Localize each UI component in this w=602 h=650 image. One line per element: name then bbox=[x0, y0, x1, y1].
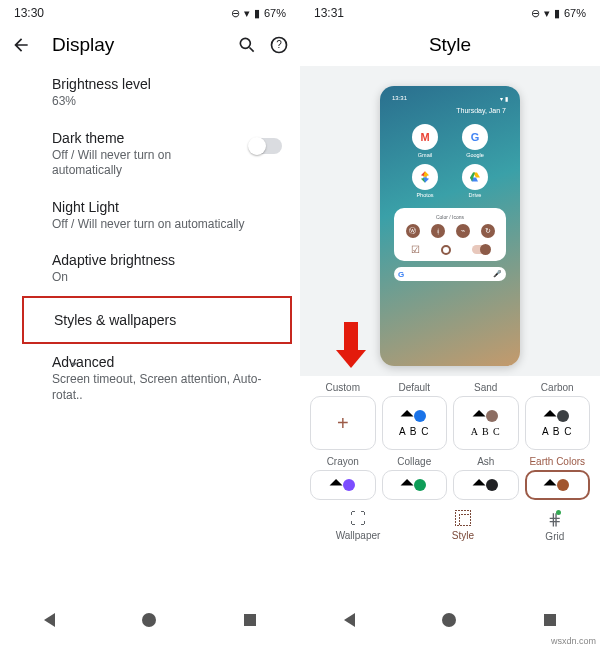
grid-icon: ⋕ bbox=[548, 510, 561, 529]
search-icon[interactable] bbox=[236, 34, 258, 56]
battery-icon: ▮ bbox=[554, 7, 560, 20]
mic-icon: 🎤 bbox=[493, 270, 502, 278]
photos-app-icon: Photos bbox=[406, 164, 444, 198]
nav-bar bbox=[0, 600, 300, 640]
style-row: ◥ bbox=[402, 409, 426, 423]
style-option-collage[interactable]: Collage◥ bbox=[382, 456, 448, 500]
app-label: Gmail bbox=[418, 152, 432, 158]
card-header: Color / Icons bbox=[400, 214, 500, 220]
wifi-chip-icon: ⓦ bbox=[406, 224, 420, 238]
app-label: Google bbox=[466, 152, 484, 158]
chevron-down-icon bbox=[66, 356, 82, 376]
style-label: Crayon bbox=[310, 456, 376, 467]
item-subtitle: Screen timeout, Screen attention, Auto-r… bbox=[52, 372, 286, 403]
style-preview-box: ◥ bbox=[310, 470, 376, 500]
dark-theme-item[interactable]: Dark theme Off / Will never turn on auto… bbox=[52, 120, 300, 189]
dnd-icon: ⊖ bbox=[231, 7, 240, 20]
item-subtitle: Off / Will never turn on automatically bbox=[52, 148, 212, 179]
style-row: ◥ bbox=[474, 409, 498, 423]
battery-text: 67% bbox=[564, 7, 586, 19]
gmail-app-icon: MGmail bbox=[406, 124, 444, 158]
nav-home[interactable] bbox=[142, 613, 156, 627]
style-row: ◥ bbox=[545, 409, 569, 423]
style-option-sand[interactable]: Sand◥A B C bbox=[453, 382, 519, 450]
style-option-crayon[interactable]: Crayon◥ bbox=[310, 456, 376, 500]
status-bar: 13:30 ⊖ ▾ ▮ 67% bbox=[0, 0, 300, 20]
app-bar: Style bbox=[300, 20, 600, 66]
app-label: Drive bbox=[469, 192, 482, 198]
style-tab[interactable]: ⿸ Style bbox=[452, 510, 474, 542]
style-icon: ⿸ bbox=[455, 510, 471, 528]
tab-label: Style bbox=[452, 530, 474, 541]
style-preview-box: ◥ bbox=[525, 470, 591, 500]
nav-recent[interactable] bbox=[544, 614, 556, 626]
style-preview-box: + bbox=[310, 396, 376, 450]
item-subtitle: Off / Will never turn on automatically bbox=[52, 217, 286, 233]
wifi-icon: ◥ bbox=[470, 408, 486, 424]
preview-status: 13:31▾ ▮ bbox=[388, 94, 512, 103]
style-label: Collage bbox=[382, 456, 448, 467]
tab-label: Wallpaper bbox=[336, 530, 381, 541]
wifi-icon: ◥ bbox=[542, 477, 558, 493]
svg-point-0 bbox=[240, 38, 250, 48]
item-title: Adaptive brightness bbox=[52, 252, 286, 268]
status-icons: ⊖ ▾ ▮ 67% bbox=[531, 7, 586, 20]
brightness-level-item[interactable]: Brightness level 63% bbox=[52, 66, 300, 120]
wifi-icon: ◥ bbox=[399, 408, 415, 424]
status-icons: ⊖ ▾ ▮ 67% bbox=[231, 7, 286, 20]
font-sample: A B C bbox=[399, 426, 430, 437]
style-preview-box: ◥A B C bbox=[382, 396, 448, 450]
clock: 13:31 bbox=[314, 6, 344, 20]
svg-line-1 bbox=[250, 48, 254, 52]
advanced-item[interactable]: Advanced Screen timeout, Screen attentio… bbox=[52, 344, 300, 413]
clock: 13:30 bbox=[14, 6, 44, 20]
style-option-default[interactable]: Default◥A B C bbox=[382, 382, 448, 450]
color-dot bbox=[486, 410, 498, 422]
back-icon[interactable] bbox=[10, 34, 32, 56]
style-picker-screen: 13:31 ⊖ ▾ ▮ 67% Style 13:31▾ ▮ Thursday,… bbox=[300, 0, 600, 640]
style-option-ash[interactable]: Ash◥ bbox=[453, 456, 519, 500]
help-icon[interactable]: ? bbox=[268, 34, 290, 56]
control-row: ☑ bbox=[400, 244, 500, 255]
status-bar: 13:31 ⊖ ▾ ▮ 67% bbox=[300, 0, 600, 20]
watermark: wsxdn.com bbox=[551, 636, 596, 646]
dark-theme-toggle[interactable] bbox=[250, 138, 282, 154]
styles-wallpapers-item[interactable]: Styles & wallpapers bbox=[22, 296, 292, 344]
preview-search-bar: G 🎤 bbox=[394, 267, 506, 281]
google-app-icon: GGoogle bbox=[456, 124, 494, 158]
style-row: ◥ bbox=[402, 478, 426, 492]
battery-text: 67% bbox=[264, 7, 286, 19]
preview-time: 13:31 bbox=[392, 95, 407, 102]
flashlight-chip-icon: ⌁ bbox=[456, 224, 470, 238]
style-label: Custom bbox=[310, 382, 376, 393]
bluetooth-chip-icon: ᚼ bbox=[431, 224, 445, 238]
style-option-custom[interactable]: Custom+ bbox=[310, 382, 376, 450]
style-option-earth-colors[interactable]: Earth Colors◥ bbox=[525, 456, 591, 500]
style-label: Default bbox=[382, 382, 448, 393]
nav-bar bbox=[300, 600, 600, 640]
nav-home[interactable] bbox=[442, 613, 456, 627]
adaptive-brightness-item[interactable]: Adaptive brightness On bbox=[52, 242, 300, 296]
nav-recent[interactable] bbox=[244, 614, 256, 626]
wifi-icon: ◥ bbox=[542, 408, 558, 424]
preview-date: Thursday, Jan 7 bbox=[388, 107, 512, 114]
nav-back[interactable] bbox=[344, 613, 355, 627]
wallpaper-tab[interactable]: ⛶ Wallpaper bbox=[336, 510, 381, 542]
settings-list: Brightness level 63% Dark theme Off / Wi… bbox=[0, 66, 300, 413]
font-sample: A B C bbox=[542, 426, 573, 437]
svg-text:?: ? bbox=[276, 39, 282, 50]
night-light-item[interactable]: Night Light Off / Will never turn on aut… bbox=[52, 189, 300, 243]
battery-icon: ▮ bbox=[254, 7, 260, 20]
item-title: Night Light bbox=[52, 199, 286, 215]
color-dot bbox=[343, 479, 355, 491]
color-dot bbox=[557, 479, 569, 491]
style-option-carbon[interactable]: Carbon◥A B C bbox=[525, 382, 591, 450]
nav-back[interactable] bbox=[44, 613, 55, 627]
dnd-icon: ⊖ bbox=[531, 7, 540, 20]
bottom-tabs: ⛶ Wallpaper ⿸ Style ⋕ Grid bbox=[300, 502, 600, 544]
tab-label: Grid bbox=[545, 531, 564, 542]
grid-tab[interactable]: ⋕ Grid bbox=[545, 510, 564, 542]
preview-style-card: Color / Icons ⓦ ᚼ ⌁ ↻ ☑ bbox=[394, 208, 506, 261]
red-arrow-annotation bbox=[336, 322, 366, 368]
style-label: Carbon bbox=[525, 382, 591, 393]
